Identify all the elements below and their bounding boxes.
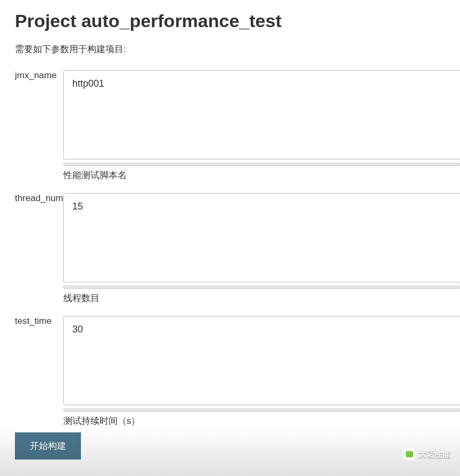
page-title: Project auto_performance_test — [15, 11, 460, 31]
thread-num-help: 线程数目 — [63, 291, 460, 310]
param-label-jmx-name: jmx_name — [15, 70, 63, 187]
build-button[interactable]: 开始构建 — [15, 432, 81, 460]
parameters-form: jmx_name 性能测试脚本名 thread_num 线程数 — [15, 70, 460, 460]
jmx-name-input[interactable] — [63, 70, 460, 160]
test-time-input[interactable] — [63, 316, 460, 405]
divider — [63, 286, 460, 289]
divider — [63, 408, 460, 412]
param-label-thread-num: thread_num — [15, 193, 63, 310]
jmx-name-help: 性能测试脚本名 — [63, 168, 460, 187]
divider — [63, 163, 460, 166]
test-time-help: 测试持续时间（s） — [63, 414, 460, 432]
param-label-test-time: test_time — [15, 316, 63, 432]
thread-num-input[interactable] — [63, 193, 460, 282]
page-description: 需要如下参数用于构建项目: — [15, 43, 460, 55]
